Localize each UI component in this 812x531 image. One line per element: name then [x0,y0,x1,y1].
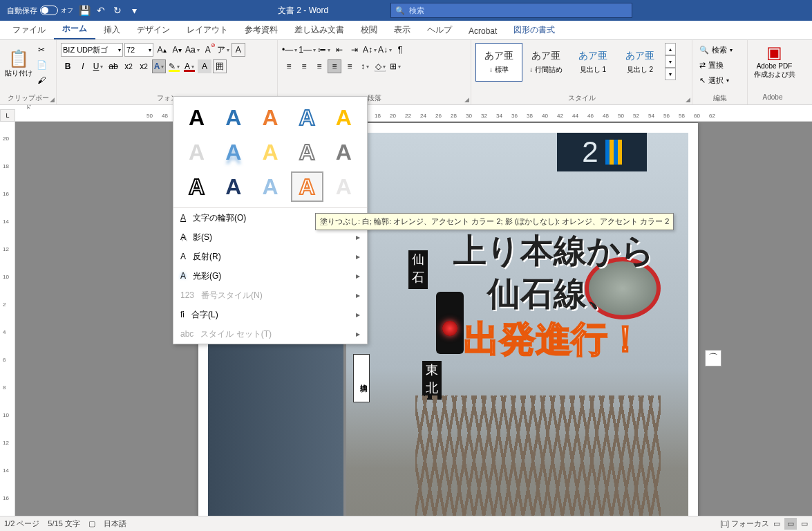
align-left-button[interactable]: ≡ [282,59,296,73]
increase-indent-button[interactable]: ⇥ [348,43,361,57]
fx-preset-7[interactable]: A [217,137,249,167]
status-language[interactable]: 日本語 [104,519,126,529]
style-heading2[interactable]: あア亜見出し 2 [616,43,663,82]
fx-ligatures-menu[interactable]: fi合字(L)▸ [173,305,367,324]
tab-mailings[interactable]: 差し込み文書 [286,21,352,39]
font-size-combo[interactable]: 72▾ [124,43,153,57]
align-distribute-button[interactable]: ≡ [343,59,357,73]
tab-acrobat[interactable]: Acrobat [460,23,505,39]
style-gallery[interactable]: あア亜↓ 標準 あア亜↓ 行間詰め あア亜見出し 1 あア亜見出し 2 [475,43,663,82]
autosave-toggle[interactable]: 自動保存 オフ [7,6,73,16]
text-effects-button[interactable]: A [152,59,166,73]
line-spacing-button[interactable]: ↕ [358,59,372,73]
redo-icon[interactable]: ↻ [112,5,123,16]
numbering-button[interactable]: 1— [299,43,316,57]
adobe-pdf-button[interactable]: ▣ Adobe PDF 作成および共 [752,43,797,80]
undo-icon[interactable]: ↶ [95,5,106,16]
fx-preset-12[interactable]: A [217,171,249,202]
style-heading1[interactable]: あア亜見出し 1 [569,43,616,82]
focus-mode-button[interactable]: [□] フォーカス [720,519,769,529]
copy-button[interactable]: 📄 [35,58,48,72]
fx-preset-6[interactable]: A [180,137,213,167]
fx-preset-1[interactable]: A [180,102,213,133]
phonetic-guide-button[interactable]: ア [216,43,230,57]
tab-home[interactable]: ホーム [54,19,95,39]
cut-button[interactable]: ✂ [35,43,48,57]
ruler-corner[interactable]: L [0,109,15,122]
qat-more-icon[interactable]: ▾ [129,5,140,16]
style-more[interactable]: ▾ [665,68,676,80]
view-web-button[interactable]: ▭ [801,519,808,528]
clear-format-button[interactable]: A⊘ [201,43,215,57]
align-justify-button[interactable]: ≡ [328,59,341,73]
tab-layout[interactable]: レイアウト [178,21,236,39]
wordart-text[interactable]: 上り本線から 仙石線、 出発進行！ [440,230,668,362]
document-area[interactable]: 2 仙石 東北 線切換 上り本線から 仙石線、 出発進行！ [15,122,812,516]
save-icon[interactable]: 💾 [79,5,90,16]
replace-button[interactable]: ⇄置換 [697,58,743,72]
style-normal[interactable]: あア亜↓ 標準 [475,43,522,82]
status-page[interactable]: 1/2 ページ [4,519,39,529]
tab-shape-format[interactable]: 図形の書式 [505,21,563,39]
italic-button[interactable]: I [76,59,90,73]
tab-review[interactable]: 校閲 [352,21,386,39]
bullets-button[interactable]: •— [282,43,297,57]
fx-preset-3[interactable]: A [254,102,286,133]
format-painter-button[interactable]: 🖌 [35,73,48,87]
search-box[interactable]: 🔍 検索 [390,3,632,18]
decrease-indent-button[interactable]: ⇤ [332,43,346,57]
fx-preset-8[interactable]: A [254,137,286,167]
tab-references[interactable]: 参考資料 [236,21,286,39]
enclose-char-button[interactable]: A [232,43,245,57]
align-center-button[interactable]: ≡ [297,59,311,73]
status-words[interactable]: 5/15 文字 [48,519,79,529]
horizontal-ruler[interactable]: 5048464442403824681012141618202224262830… [15,109,812,122]
paragraph-launcher-icon[interactable]: ◢ [464,96,469,103]
tab-design[interactable]: デザイン [129,21,178,39]
tab-insert[interactable]: 挿入 [95,21,129,39]
fx-reflection-menu[interactable]: A反射(R)▸ [173,247,367,266]
tab-file[interactable]: ファイル [4,21,54,39]
styles-launcher-icon[interactable]: ◢ [686,96,690,103]
select-button[interactable]: ↖選択▾ [697,73,743,87]
style-nospace[interactable]: あア亜↓ 行間詰め [522,43,569,82]
multilevel-button[interactable]: ≔ [317,43,331,57]
align-right-button[interactable]: ≡ [312,59,326,73]
show-marks-button[interactable]: ¶ [393,43,407,57]
fx-preset-2[interactable]: A [217,102,249,133]
fx-preset-15[interactable]: A [328,171,360,202]
change-case-button[interactable]: Aa [185,43,200,57]
font-color-button[interactable]: A [182,59,196,73]
fx-preset-5[interactable]: A [328,102,360,133]
shrink-font-button[interactable]: A▾ [170,43,184,57]
fx-preset-14[interactable]: A [291,171,323,202]
superscript-button[interactable]: x2 [137,59,151,73]
fx-preset-10[interactable]: A [328,137,360,167]
fx-shadow-menu[interactable]: A影(S)▸ [173,227,367,247]
bold-button[interactable]: B [61,59,75,73]
char-border-button[interactable]: 囲 [213,59,227,73]
sort-button[interactable]: A↓ [378,43,392,57]
grow-font-button[interactable]: A▴ [155,43,169,57]
borders-button[interactable]: ⊞ [388,59,402,73]
view-print-button[interactable]: ▭ [784,518,797,530]
fx-glow-menu[interactable]: A光彩(G)▸ [173,266,367,286]
fx-preset-9[interactable]: A [291,137,323,167]
vertical-ruler[interactable]: 201816141210246810121416 [0,122,15,516]
clipboard-launcher-icon[interactable]: ◢ [50,96,55,103]
layout-options-button[interactable]: ⌒ [705,350,721,366]
underline-button[interactable]: U [91,59,105,73]
fx-preset-13[interactable]: A [254,171,286,202]
view-read-button[interactable]: ▭ [773,519,780,528]
style-scroll-down[interactable]: ▾ [665,55,676,68]
paste-button[interactable]: 📋 貼り付け [4,43,33,84]
shading-button[interactable]: ◇ [373,59,387,73]
status-spelling-icon[interactable]: ▢ [88,519,95,528]
font-name-combo[interactable]: BIZ UDP新ゴ▾ [61,43,123,57]
char-shading-button[interactable]: A [198,59,211,73]
strike-button[interactable]: ab [106,59,120,73]
fx-preset-11[interactable]: A [180,171,213,202]
highlight-button[interactable]: ✎ [167,59,181,73]
fx-preset-4[interactable]: A [291,102,323,133]
subscript-button[interactable]: x2 [122,59,135,73]
